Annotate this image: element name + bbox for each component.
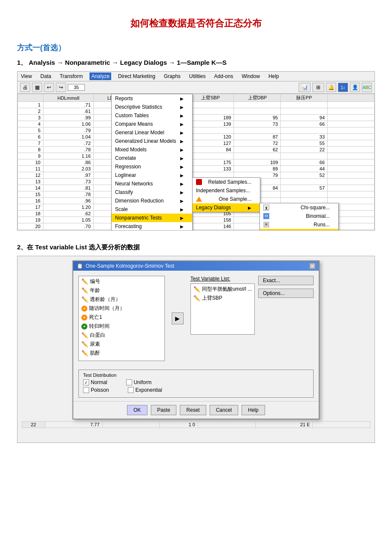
test-var-hcy: ✏️ 同型半胱氨酸umol/l ... [192,285,254,294]
toolbar-btn-table[interactable]: ⊞ [312,83,324,92]
table-row: 171.201.6133 [18,204,375,211]
table-row: 20.705.0146 [18,223,375,230]
table-row: 21.789.5139 [18,230,375,231]
normal-checkbox-item: ✓ Normal [83,379,107,385]
list-item-creatinine: ✏️ 肌酐 [80,349,164,358]
ks-dialog: 📋 One-Sample Kolmogorov-Smirnov Test ✕ ✏… [72,260,320,419]
list-item-id: ✏️ 编号 [80,277,164,286]
menu-view[interactable]: View [19,72,34,80]
exponential-checkbox[interactable] [128,387,134,393]
list-item-transfer: ● 转归时间 [80,322,164,331]
test-dist-label: Test Distribution [83,373,309,378]
uniform-checkbox[interactable] [126,379,132,385]
uniform-checkbox-item: Uniform [126,379,152,385]
dist-row1: ✓ Normal Uniform [83,379,309,385]
toolbar-btn-print[interactable]: 🖨 [20,83,30,92]
page-title: 如何检查数据是否符合正态分布 [17,17,375,30]
col-header-dbp: 上臂DBP [234,94,281,102]
test-var-label: Test Variable List: [190,276,255,282]
table-row: 1.714.8 [18,102,375,108]
table-row: 2.610.2 [18,108,375,115]
normal-label: Normal [91,379,107,385]
ok-button[interactable]: OK [127,405,147,415]
dialog-title-icon: 📋 [77,263,83,269]
col-header-ldl: LDLmmo [93,94,140,102]
dialog-source-panel: ✏️ 编号 ✏️ 年龄 ✏️ 透析龄（月） ● [78,276,165,361]
normal-checkbox[interactable]: ✓ [83,379,89,385]
table-row: 112.037.01338944 [18,166,375,172]
test-var-panel: Test Variable List: ✏️ 同型半胱氨酸umol/l ... … [190,276,255,361]
table-row: 16.964.6139 [18,198,375,204]
dialog-close-button[interactable]: ✕ [309,263,315,269]
poisson-checkbox[interactable] [83,387,89,393]
toolbar-btn-undo[interactable]: ↩ [44,83,54,92]
poisson-checkbox-item: Poisson [83,387,109,393]
dialog-action-buttons: Exact... Options... [258,276,314,361]
uniform-label: Uniform [134,379,152,385]
col-header-hdl: HDLmmoll [43,94,94,102]
menu-add-ons[interactable]: Add-ons [212,72,235,80]
menu-data[interactable]: Data [39,72,53,80]
spss-toolbar: 🖨 ▦ ↩ ↪ 35 📊 ⊞ 🔔 1↕ 👤 ABC [17,81,375,94]
toolbar-btn-grid[interactable]: ▦ [32,83,42,92]
list-item-age: ✏️ 年龄 [80,286,164,295]
list-item-death: ● 死亡1 [80,313,164,322]
col-header-roll: roll [140,94,187,102]
test-distribution-box: Test Distribution ✓ Normal Uniform [78,370,314,398]
toolbar-btn-chart[interactable]: 📊 [299,83,311,92]
cancel-button[interactable]: Cancel [210,405,238,415]
table-row: 18.628.3105 [18,211,375,217]
spss-window: View Data Transform Analyze Direct Marke… [17,71,375,231]
transfer-area: ▶ [169,276,186,361]
table-row: 191.059.5158 [18,217,375,223]
step2-title: 2、在 Test variable List 选入要分析的数据 [17,243,375,251]
toolbar-btn-var[interactable]: 1↕ [338,83,348,92]
paste-button[interactable]: Paste [151,405,177,415]
menu-graphs[interactable]: Graphs [162,72,182,80]
dialog-right: Test Variable List: ✏️ 同型半胱氨酸umol/l ... … [190,276,314,361]
dialog-content: ✏️ 编号 ✏️ 年龄 ✏️ 透析龄（月） ● [73,271,319,366]
table-row: 91.160.0 [18,153,375,159]
spss-data-area: HDLmmoll LDLmmo roll 上臂SBP 上臂DBP 脉压PP 1.… [17,94,375,230]
menu-transform[interactable]: Transform [58,72,84,80]
dialog-footer: OK Paste Reset Cancel Help [73,401,319,419]
exact-button[interactable]: Exact... [258,276,314,285]
toolbar-btn-redo[interactable]: ↪ [56,83,66,92]
options-button[interactable]: Options... [258,289,314,298]
menu-window[interactable]: Window [240,72,262,80]
help-button[interactable]: Help [242,405,265,415]
reset-button[interactable]: Reset [180,405,206,415]
table-row: 14.818457 [18,185,375,191]
menu-utilities[interactable]: Utilities [187,72,208,80]
table-row: 12.977952 [18,172,375,179]
table-row: 15.78 [18,191,375,198]
exponential-label: Exponential [135,387,162,393]
test-variable-list[interactable]: ✏️ 同型半胱氨酸umol/l ... ✏️ 上臂SBP [190,283,255,335]
transfer-button[interactable]: ▶ [172,312,184,324]
exponential-checkbox-item: Exponential [128,387,162,393]
test-var-sbp: ✏️ 上臂SBP [192,294,254,303]
table-row: 8.781.0846222 [18,147,375,153]
toolbar-btn-person[interactable]: 👤 [350,83,360,92]
dialog-title-text: One-Sample Kolmogorov-Smirnov Test [86,263,309,269]
spss-window2: 📋 One-Sample Kolmogorov-Smirnov Test ✕ ✏… [17,256,375,443]
spss-menubar: View Data Transform Analyze Direct Marke… [17,72,375,81]
list-item-followup: ● 随访时间（月） [80,304,164,313]
list-item-albumin: ✏️ 白蛋白 [80,331,164,340]
dist-row2: Poisson Exponential [83,387,309,393]
list-item-urea: ✏️ 尿素 [80,340,164,349]
source-variable-list[interactable]: ✏️ 编号 ✏️ 年龄 ✏️ 透析龄（月） ● [78,276,165,361]
menu-direct-marketing[interactable]: Direct Marketing [116,72,157,80]
table-row: 5.794.0 [18,127,375,134]
table-row: 3.995.91899594 [18,115,375,121]
data-table: HDLmmoll LDLmmo roll 上臂SBP 上臂DBP 脉压PP 1.… [17,94,375,230]
list-item-dialysis-age: ✏️ 透析龄（月） [80,295,164,304]
table-row: 13.73 [18,179,375,185]
col-header-extra [328,94,375,102]
step1-title: 1、 Analysis → Nonparametric → Legacy Dia… [17,59,375,67]
toolbar-btn-bell[interactable]: 🔔 [326,83,336,92]
toolbar-btn-abc[interactable]: ABC [362,83,372,92]
menu-analyze[interactable]: Analyze [89,72,111,80]
table-row: 41.060.11397366 [18,121,375,127]
menu-help[interactable]: Help [267,72,281,80]
